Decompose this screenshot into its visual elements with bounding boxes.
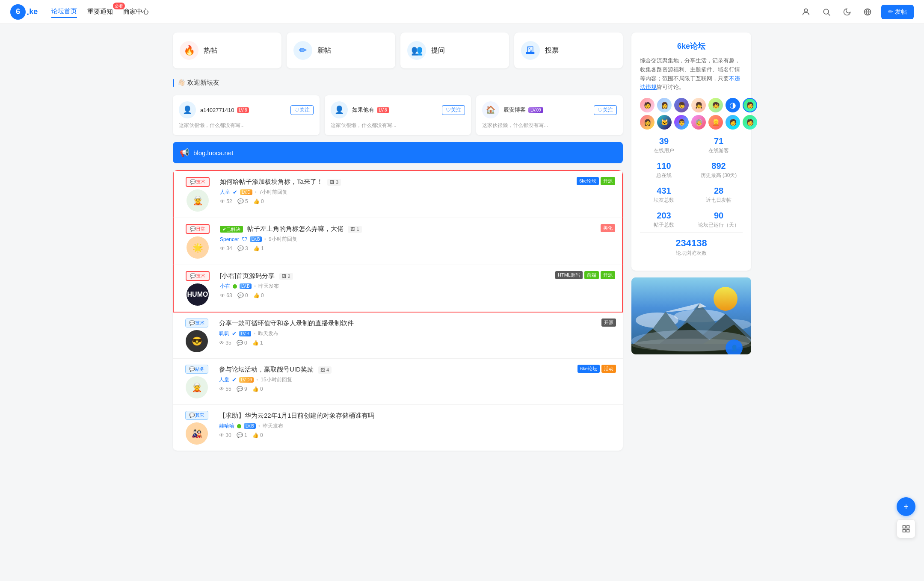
theme-icon[interactable]	[840, 5, 854, 19]
logo[interactable]: 6 . ke	[10, 4, 38, 20]
level-tag-5: LV.B	[244, 423, 256, 429]
post-tag-1-0: 美化	[601, 224, 615, 232]
avatar-3[interactable]: 👧	[691, 98, 706, 112]
user-card-top-0: 👤 a1402771410 LV.8 ♡关注	[179, 101, 314, 118]
search-icon[interactable]	[820, 5, 833, 19]
follow-btn-2[interactable]: ♡关注	[594, 105, 617, 115]
svg-point-5	[714, 287, 737, 311]
post-title-row-4: 参与论坛活动，赢取靓号UID奖励 🖼 4 6ke论坛 活动	[219, 365, 616, 374]
post-time-1: 9小时前回复	[269, 236, 297, 243]
post-button[interactable]: ✏ 发帖	[881, 5, 914, 19]
avatar-10[interactable]: 🧓	[691, 115, 706, 130]
stat-block-max-online: 892 历史最高 (30天)	[695, 161, 743, 179]
stat-views-0: 👁 52	[220, 198, 232, 204]
stat-views-5: 👁 30	[219, 432, 231, 438]
post-title-0: 如何给帖子添加板块角标，Ta来了！ 🖼 3	[220, 177, 573, 186]
post-left-5: 💬其它 🎎	[180, 411, 214, 445]
post-title-row-1: ✔已解决 帖子左上角的角标怎么弄嘛，大佬 🖼 1 美化	[220, 224, 615, 233]
quick-card-ask[interactable]: 👥 提问	[400, 32, 509, 68]
post-left-1: 💬日常 🌟	[181, 224, 215, 259]
avatar-7[interactable]: 👩	[640, 115, 654, 130]
stats-grid: 39 在线用户 71 在线游客 110 总在线 892 历史最高 (30天) 4…	[640, 136, 743, 229]
post-item-2[interactable]: 💬技术 HUMO [小右]首页源码分享 🖼 2 HTML源码 前端 开源	[173, 265, 623, 313]
verified-icon-0: ✔	[233, 189, 237, 195]
post-left-0: 💬技术 🧝	[181, 177, 215, 212]
post-tags-0: 6ke论坛 开源	[577, 177, 615, 185]
post-tags-2: HTML源码 前端 开源	[555, 271, 615, 279]
header-right: ✏ 发帖	[799, 5, 914, 19]
stat-comments-4: 💬 9	[237, 386, 247, 392]
avatar-6[interactable]: 🧑	[743, 98, 757, 112]
online-dot-2	[233, 284, 237, 289]
nav-item-forum-home[interactable]: 论坛首页	[51, 6, 77, 18]
post-tag-4-0: 6ke论坛	[578, 365, 600, 373]
quick-card-new-label: 新帖	[317, 46, 331, 55]
post-item-0[interactable]: 💬技术 🧝 如何给帖子添加板块角标，Ta来了！ 🖼 3 6ke论坛 开源	[173, 170, 623, 218]
stat-likes-0: 👍 0	[253, 198, 264, 204]
avatar-9[interactable]: 👨	[674, 115, 689, 130]
quick-cards: 🔥 热帖 ✏ 新帖 👥 提问 🗳 投票	[173, 32, 623, 68]
avatar-4[interactable]: 🧒	[708, 98, 723, 112]
avatar-12[interactable]: 🧑	[726, 115, 740, 130]
user-avatar-0: 👤	[179, 101, 196, 118]
stat-block-online-guest: 71 在线游客	[695, 136, 743, 154]
post-right-0: 如何给帖子添加板块角标，Ta来了！ 🖼 3 6ke论坛 开源 人皇 ✔ LV.D…	[220, 177, 615, 212]
blog-bar[interactable]: 📢 blog.luoca.net	[173, 142, 623, 163]
user-desc-1: 这家伙很懒，什么都没有写...	[331, 122, 465, 129]
avatar-5[interactable]: ◑	[726, 98, 740, 112]
post-item-3[interactable]: 💬技术 😎 分享一款可循环值守和多人录制的直播录制软件 开源 叽叽 ✔ LV.B	[173, 313, 623, 359]
user-name-row-0: a1402771410 LV.8 ♡关注	[200, 105, 314, 115]
nav-item-merchant[interactable]: 商家中心	[123, 6, 149, 18]
blog-bar-icon: 📢	[180, 148, 189, 157]
post-item-4[interactable]: 💬站务 🧝 参与论坛活动，赢取靓号UID奖励 🖼 4 6ke论坛 活动	[173, 359, 623, 405]
stat-num-recent-posts: 28	[695, 186, 743, 196]
post-meta-4: 人皇 ✔ LV.D9 • 15小时前回复	[219, 376, 616, 383]
post-meta-0: 人皇 ✔ LV.D • 7小时前回复	[220, 189, 615, 196]
new-users: 👤 a1402771410 LV.8 ♡关注 这家伙很懒，什么都没有写... 👤	[173, 95, 623, 135]
quick-card-new[interactable]: ✏ 新帖	[287, 32, 395, 68]
svg-line-2	[828, 13, 830, 15]
post-title-3: 分享一款可循环值守和多人录制的直播录制软件	[219, 319, 598, 327]
stat-block-members: 431 坛友总数	[640, 186, 688, 204]
level-tag-3: LV.B	[239, 331, 251, 336]
welcome-bar: 👋🏻 欢迎新坛友	[173, 75, 623, 90]
user-name-row-1: 如果他有 LV.8 ♡关注	[352, 105, 465, 115]
img-count-0: 🖼 3	[327, 179, 341, 186]
follow-btn-0[interactable]: ♡关注	[290, 105, 314, 115]
post-right-2: [小右]首页源码分享 🖼 2 HTML源码 前端 开源 小右 LV.B	[220, 271, 615, 306]
avatar-0[interactable]: 🧑	[640, 98, 654, 112]
avatar-2[interactable]: 👦	[674, 98, 689, 112]
avatar-8[interactable]: 🐱	[657, 115, 672, 130]
avatar-1[interactable]: 👩	[657, 98, 672, 112]
stat-block-running-days: 90 论坛已运行（天）	[695, 211, 743, 229]
post-title-5: 【求助】华为云22年1月1日前创建的对象存储桶谁有吗	[219, 411, 613, 420]
post-tag-0-1: 开源	[601, 177, 615, 185]
quick-card-vote[interactable]: 🗳 投票	[514, 32, 623, 68]
vote-icon: 🗳	[521, 41, 540, 60]
header: 6 . ke 论坛首页 重要通知 必看 商家中心 ✏ 发帖	[0, 0, 924, 24]
follow-btn-1[interactable]: ♡关注	[442, 105, 465, 115]
stat-total-label: 论坛浏览次数	[640, 250, 743, 257]
post-item-1[interactable]: 💬日常 🌟 ✔已解决 帖子左上角的角标怎么弄嘛，大佬 🖼 1 美化	[173, 218, 623, 265]
avatar-13[interactable]: 🧑	[743, 115, 757, 130]
user-name-2: 辰安博客	[503, 106, 526, 114]
nav-item-notice[interactable]: 重要通知 必看	[87, 6, 113, 18]
post-item-5[interactable]: 💬其它 🎎 【求助】华为云22年1月1日前创建的对象存储桶谁有吗 娃哈哈 LV.…	[173, 405, 623, 451]
stat-num-members: 431	[640, 186, 688, 196]
stat-likes-2: 👍 0	[253, 292, 264, 298]
img-count-4: 🖼 4	[318, 366, 332, 374]
user-name-row-2: 辰安博客 LV.09 ♡关注	[503, 105, 617, 115]
user-icon[interactable]	[799, 5, 813, 19]
lang-icon[interactable]	[861, 5, 874, 19]
stat-block-online-user: 39 在线用户	[640, 136, 688, 154]
logo-icon: 6	[10, 4, 26, 20]
user-desc-0: 这家伙很懒，什么都没有写...	[179, 122, 314, 129]
quick-card-hot[interactable]: 🔥 热帖	[173, 32, 281, 68]
avatar-11[interactable]: 👱	[708, 115, 723, 130]
stat-comments-2: 💬 0	[237, 292, 248, 298]
stat-comments-0: 💬 5	[237, 198, 248, 204]
user-avatar-2: 🏠	[482, 101, 499, 118]
post-tag-2-2: 开源	[601, 271, 615, 279]
post-time-5: 昨天发布	[263, 422, 283, 430]
post-stats-0: 👁 52 💬 5 👍 0	[220, 198, 615, 204]
